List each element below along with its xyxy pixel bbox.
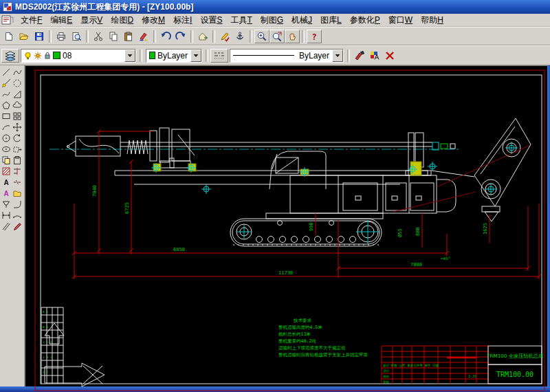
polygon-icon xyxy=(1,100,11,110)
paste-block-icon xyxy=(12,155,22,165)
paste-button[interactable] xyxy=(121,30,136,43)
menu-settings[interactable]: 设置S xyxy=(196,14,226,27)
linetype-current: ByLayer xyxy=(299,51,329,61)
strip-cell-2: 8 6 xyxy=(43,325,48,329)
menu-drafting[interactable]: 制图G xyxy=(256,14,287,27)
format-brush-button[interactable] xyxy=(136,30,151,43)
zoom-window-button[interactable] xyxy=(270,30,285,43)
dim-pin-dia: Ø55 xyxy=(397,228,403,237)
tool-array[interactable] xyxy=(12,111,23,122)
technical-notes: 技术要求 整机运输高度约4.5米 桅杆总长约13米 整机重量约40.2吨 运输时… xyxy=(278,318,368,358)
new-button[interactable] xyxy=(1,30,16,43)
menu-help-accel: H xyxy=(437,15,443,25)
delete-button[interactable] xyxy=(382,49,397,63)
print-button[interactable] xyxy=(54,30,69,43)
menu-draw[interactable]: 绘图D xyxy=(107,14,138,27)
tool-copy[interactable] xyxy=(1,155,12,166)
layer-current: 08 xyxy=(63,51,72,61)
tool-paste-block[interactable] xyxy=(12,155,23,166)
layer-combo[interactable]: 08 xyxy=(21,49,136,63)
menu-parametric[interactable]: 参数化P xyxy=(346,14,384,27)
menu-help[interactable]: 帮助H xyxy=(417,14,448,27)
tool-construction-line[interactable] xyxy=(1,78,12,89)
menu-help-label: 帮助 xyxy=(421,15,437,25)
tool-fillet[interactable] xyxy=(12,199,23,210)
cut-button[interactable] xyxy=(91,30,106,43)
tool-wedge[interactable] xyxy=(12,89,23,100)
tool-ellipse[interactable] xyxy=(1,144,12,155)
tool-polygon[interactable] xyxy=(1,100,12,111)
tool-arc-3point[interactable] xyxy=(12,210,23,221)
help-button[interactable]: ? xyxy=(307,30,322,43)
menu-library[interactable]: 图库L xyxy=(316,14,346,27)
tool-text-style[interactable]: A xyxy=(1,188,12,199)
tool-stretch[interactable] xyxy=(12,144,23,155)
undo-button[interactable] xyxy=(158,30,173,43)
menu-window[interactable]: 窗口W xyxy=(384,14,417,27)
tool-trim[interactable] xyxy=(12,166,23,177)
tool-dimension[interactable] xyxy=(1,210,12,221)
insert-block-button[interactable] xyxy=(195,30,210,43)
menu-file[interactable]: 文件F xyxy=(16,14,46,27)
toolbar-separator xyxy=(206,50,208,62)
tool-break[interactable] xyxy=(12,177,23,188)
tool-leader[interactable] xyxy=(1,199,12,210)
rig-kelly-bar xyxy=(120,140,455,154)
menu-tools[interactable]: 工具T xyxy=(226,14,256,27)
layers-icon xyxy=(4,50,16,61)
pan-button[interactable] xyxy=(285,30,300,43)
tool-sketch[interactable] xyxy=(12,221,23,232)
tool-move[interactable] xyxy=(12,122,23,133)
linetype-sample-line xyxy=(233,55,294,56)
color-combo-arrow[interactable] xyxy=(190,50,201,62)
linetype-manager-button[interactable] xyxy=(210,49,228,63)
tool-polyline[interactable] xyxy=(1,89,12,100)
tool-hatch[interactable] xyxy=(1,166,12,177)
redo-button[interactable] xyxy=(173,30,188,43)
tool-multiline[interactable] xyxy=(1,221,12,232)
tool-text[interactable]: A xyxy=(1,177,12,188)
layer-combo-arrow[interactable] xyxy=(124,50,135,62)
drawing-canvas[interactable]: 7040 6725 6850 7080 11730 880 990 1625 Ø… xyxy=(25,65,547,386)
toolbar-separator xyxy=(153,30,156,43)
menu-tools-label: 工具 xyxy=(230,15,247,25)
zoom-in-button[interactable] xyxy=(254,30,270,43)
menu-view-accel: V xyxy=(97,15,102,25)
open-button[interactable] xyxy=(16,30,32,43)
break-icon xyxy=(12,177,22,187)
draw-tool-palette: A A xyxy=(0,65,25,386)
layers-button[interactable] xyxy=(1,49,19,63)
circle-icon xyxy=(1,133,11,143)
match-properties-button[interactable] xyxy=(352,49,367,63)
menu-view[interactable]: 显示V xyxy=(76,14,107,27)
menu-edit[interactable]: 编辑E xyxy=(46,14,76,27)
edit-attribute-button[interactable] xyxy=(217,30,232,43)
tool-line[interactable] xyxy=(1,67,12,78)
tool-arc[interactable] xyxy=(1,122,12,133)
rig-a-frame xyxy=(431,118,531,221)
tool-revision-cloud[interactable] xyxy=(12,100,23,111)
menu-mechanical[interactable]: 机械J xyxy=(287,14,316,27)
tool-region[interactable] xyxy=(12,78,23,89)
tool-block[interactable] xyxy=(12,188,23,199)
menubar: 文件F 编辑E 显示V 绘图D 修改M 标注I 设置S 工具T 制图G 机械J … xyxy=(0,14,550,27)
tool-spline[interactable] xyxy=(12,67,23,78)
linetype-combo-arrow[interactable] xyxy=(332,50,343,62)
tool-rectangle[interactable] xyxy=(1,111,12,122)
plot-button[interactable] xyxy=(232,30,248,43)
note-line-5: 整机运输时应将钻桅放置于支架上并固定牢靠 xyxy=(278,352,368,358)
dim-height-total: 7040 xyxy=(92,185,98,197)
menu-modify[interactable]: 修改M xyxy=(138,14,169,27)
copy-button[interactable] xyxy=(106,30,121,43)
color-edit-button[interactable] xyxy=(367,49,382,63)
paste-icon xyxy=(123,31,134,42)
tool-rotate[interactable] xyxy=(12,133,23,144)
save-button[interactable] xyxy=(32,30,47,43)
linetype-combo[interactable]: ByLayer xyxy=(230,49,344,63)
dim-length-mid: 6850 xyxy=(173,247,185,252)
menu-window-label: 窗口 xyxy=(388,15,405,25)
color-combo[interactable]: ByLayer xyxy=(146,49,202,63)
menu-dimension[interactable]: 标注I xyxy=(169,14,196,27)
print-preview-button[interactable] xyxy=(69,30,84,43)
tool-circle[interactable] xyxy=(1,133,12,144)
